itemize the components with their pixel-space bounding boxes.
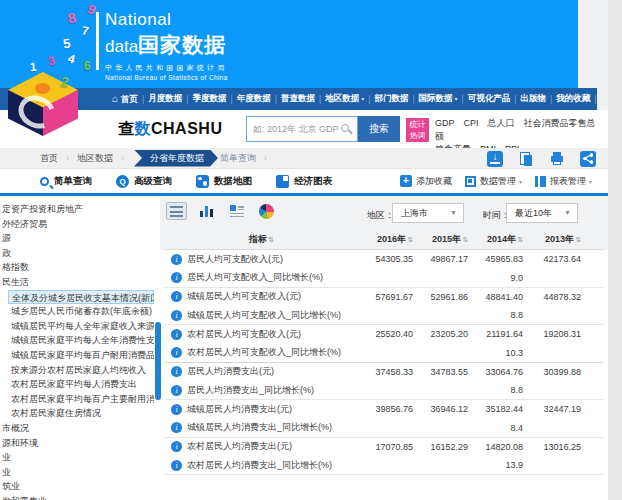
- sidebar-scrollbar[interactable]: [155, 322, 161, 400]
- sidebar-item-11[interactable]: 城镇居民家庭平均每百户耐用消费品拥有量: [0, 348, 154, 363]
- header-2015[interactable]: 2015年⇅: [413, 233, 468, 246]
- nav-item-10[interactable]: 出版物: [521, 93, 547, 105]
- nav-item-11[interactable]: 我的收藏: [556, 93, 590, 105]
- sidebar-item-6[interactable]: 民生活: [0, 275, 154, 290]
- search-row: 查数CHASHU 搜索 统计热词 GDPCPI总人口社会消费品零售总额 粮食产量…: [0, 110, 608, 148]
- indicator-label[interactable]: 城镇居民人均可支配收入_同比增长(%): [187, 309, 341, 322]
- tab-data-map[interactable]: 数据地图: [196, 175, 252, 188]
- nav-item-2[interactable]: 月度数据: [148, 93, 182, 105]
- nav-item-9[interactable]: 可视化产品: [468, 93, 511, 105]
- nav-item-1[interactable]: ⌂首页: [112, 93, 138, 106]
- sidebar-item-15[interactable]: 农村居民家庭住房情况: [0, 406, 154, 421]
- sidebar-item-3[interactable]: 源: [0, 231, 154, 246]
- info-icon[interactable]: i: [171, 441, 182, 452]
- sidebar-item-17[interactable]: 源和环境: [0, 436, 154, 451]
- info-icon[interactable]: i: [171, 366, 182, 377]
- sidebar-item-9[interactable]: 城镇居民平均每人全年家庭收入来源: [0, 319, 154, 334]
- indicator-label[interactable]: 农村居民人均消费支出(元): [187, 440, 292, 453]
- share-icon[interactable]: [580, 151, 596, 167]
- info-icon[interactable]: i: [171, 254, 182, 265]
- tab-simple-query[interactable]: 简单查询: [40, 175, 92, 188]
- pie-chart-view-button[interactable]: [256, 202, 277, 220]
- print-icon[interactable]: [549, 151, 565, 167]
- breadcrumb-active-provincial-annual[interactable]: 分省年度数据: [134, 150, 218, 167]
- sidebar-item-19[interactable]: 业: [0, 465, 154, 480]
- indicator-label[interactable]: 农村居民人均可支配收入(元): [187, 328, 301, 341]
- search-button[interactable]: 搜索: [358, 116, 400, 142]
- indicator-label[interactable]: 居民人均消费支出(元): [187, 365, 274, 378]
- sidebar-item-7[interactable]: 全体及分城乡居民收支基本情况(新口径): [8, 290, 154, 305]
- header-2016[interactable]: 2016年⇅: [358, 233, 413, 246]
- sidebar-item-20[interactable]: 筑业: [0, 479, 154, 494]
- info-icon[interactable]: i: [171, 329, 182, 340]
- region-value: 上海市: [401, 208, 428, 218]
- info-icon[interactable]: i: [171, 347, 182, 358]
- value-cell: 8.4: [468, 423, 523, 433]
- sidebar-item-12[interactable]: 按来源分农村居民家庭人均纯收入: [0, 363, 154, 378]
- sidebar-item-4[interactable]: 政: [0, 246, 154, 261]
- action-label: 添加收藏: [416, 175, 452, 188]
- header-2013[interactable]: 2013年⇅: [523, 233, 581, 246]
- breadcrumb-home[interactable]: 首页: [40, 152, 58, 165]
- indicator-label[interactable]: 城镇居民人均可支配收入(元): [187, 290, 301, 303]
- indicator-label[interactable]: 农村居民人均消费支出_同比增长(%): [187, 459, 332, 472]
- report-manage-button[interactable]: 报表管理▾: [535, 175, 592, 188]
- header-2014[interactable]: 2014年⇅: [468, 233, 523, 246]
- tab-advanced-query[interactable]: Q高级查询: [116, 175, 172, 188]
- nav-item-7[interactable]: 部门数据: [374, 93, 408, 105]
- info-icon[interactable]: i: [171, 422, 182, 433]
- nav-separator: |: [319, 94, 321, 104]
- hot-word-link[interactable]: CPI: [464, 118, 479, 128]
- sidebar-item-1[interactable]: 定资产投资和房地产: [0, 202, 154, 217]
- caret-down-icon: ▼: [450, 204, 457, 222]
- sidebar-item-5[interactable]: 格指数: [0, 260, 154, 275]
- info-icon[interactable]: i: [171, 385, 182, 396]
- tab-economy-charts[interactable]: 经济图表: [276, 175, 332, 188]
- sidebar-item-2[interactable]: 外经济贸易: [0, 217, 154, 232]
- info-icon[interactable]: i: [171, 272, 182, 283]
- sidebar-item-10[interactable]: 城镇居民家庭平均每人全年消费性支出: [0, 333, 154, 348]
- nav-item-6[interactable]: 地区数据▾: [325, 93, 364, 105]
- data-manage-button[interactable]: 数据管理▾: [465, 175, 522, 188]
- hbar-chart-view-button[interactable]: [226, 202, 247, 220]
- indicator-label[interactable]: 农村居民人均可支配收入_同比增长(%): [187, 346, 341, 359]
- info-icon[interactable]: i: [171, 310, 182, 321]
- copy-icon[interactable]: [518, 151, 534, 167]
- search-magnifier-icon[interactable]: [341, 124, 349, 132]
- list-view-icon: [170, 206, 183, 217]
- hot-word-link[interactable]: 总人口: [488, 118, 515, 128]
- nav-item-5[interactable]: 普查数据: [281, 93, 315, 105]
- bar-chart-view-button[interactable]: [196, 202, 217, 220]
- region-select[interactable]: 上海市▼: [392, 203, 464, 223]
- nav-item-8[interactable]: 国际数据▾: [419, 93, 458, 105]
- sidebar-item-16[interactable]: 市概况: [0, 421, 154, 436]
- indicator-cell: i城镇居民人均可支配收入(元): [165, 290, 358, 303]
- time-select[interactable]: 最近10年▼: [506, 203, 578, 223]
- sidebar-item-13[interactable]: 农村居民家庭平均每人消费支出: [0, 377, 154, 392]
- nav-item-4[interactable]: 年度数据: [237, 93, 271, 105]
- nav-item-3[interactable]: 季度数据: [192, 93, 226, 105]
- info-icon[interactable]: i: [171, 291, 182, 302]
- download-icon[interactable]: [487, 151, 503, 167]
- info-icon[interactable]: i: [171, 460, 182, 471]
- sidebar-item-8[interactable]: 城乡居民人民币储蓄存款(年底余额): [0, 304, 154, 319]
- breadcrumb-region-data[interactable]: 地区数据: [77, 152, 113, 165]
- add-favorite-button[interactable]: +添加收藏: [400, 175, 452, 188]
- site-logo[interactable]: National data国家数据 中华人民共和国国家统计局 National …: [105, 10, 228, 81]
- list-view-button[interactable]: [166, 202, 187, 220]
- indicator-label[interactable]: 居民人均可支配收入_同比增长(%): [187, 271, 323, 284]
- sidebar-item-21[interactable]: 发和零售业: [0, 494, 154, 500]
- sidebar-item-18[interactable]: 业: [0, 450, 154, 465]
- indicator-label[interactable]: 居民人均可支配收入(元): [187, 253, 283, 266]
- breadcrumb-simple-query[interactable]: 简单查询: [220, 152, 256, 165]
- indicator-label[interactable]: 城镇居民人均消费支出(元): [187, 403, 292, 416]
- hot-word-link[interactable]: 社会消费品零售总额: [435, 118, 596, 141]
- info-icon[interactable]: i: [171, 404, 182, 415]
- hot-word-link[interactable]: GDP: [435, 118, 455, 128]
- indicator-label[interactable]: 居民人均消费支出_同比增长(%): [187, 384, 314, 397]
- indicator-label[interactable]: 城镇居民人均消费支出_同比增长(%): [187, 421, 332, 434]
- table-body: i居民人均可支配收入(元)54305.3549867.1745965.83421…: [165, 250, 603, 475]
- sidebar-item-14[interactable]: 农村居民家庭平均每百户主要耐用消费品拥有量: [0, 392, 154, 407]
- header-indicator[interactable]: 指标⇅: [165, 233, 358, 246]
- manage-actions: +添加收藏 数据管理▾ 报表管理▾: [400, 169, 592, 193]
